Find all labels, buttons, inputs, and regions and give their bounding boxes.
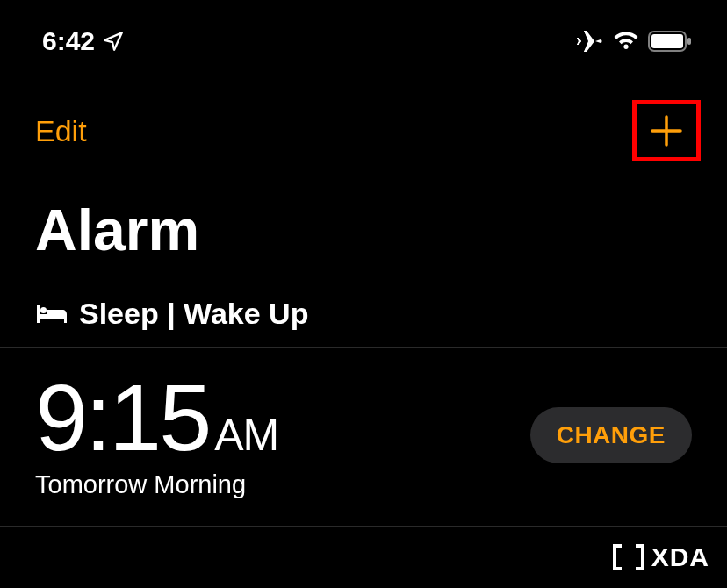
status-right: [576, 29, 692, 54]
alarm-row: 9:15 AM Tomorrow Morning CHANGE: [0, 348, 727, 527]
nav-bar: Edit: [0, 74, 727, 170]
add-button[interactable]: [647, 111, 686, 150]
location-icon: [102, 30, 125, 53]
status-time: 6:42: [42, 26, 95, 56]
watermark-text: XDA: [651, 542, 709, 572]
alarm-period: AM: [214, 410, 278, 461]
plus-icon: [647, 111, 686, 150]
svg-rect-2: [687, 38, 691, 45]
section-title: Sleep | Wake Up: [79, 297, 308, 331]
xda-logo-icon: [613, 544, 644, 570]
edit-button[interactable]: Edit: [35, 114, 87, 148]
page-title: Alarm: [0, 170, 727, 263]
status-bar: 6:42: [0, 0, 727, 74]
section-header-sleep: Sleep | Wake Up: [0, 263, 727, 348]
alarm-time-block: 9:15 AM Tomorrow Morning: [35, 370, 278, 499]
add-button-highlight[interactable]: [632, 100, 701, 161]
status-left: 6:42: [42, 26, 125, 56]
change-button[interactable]: CHANGE: [530, 407, 692, 463]
watermark: XDA: [613, 542, 709, 572]
bed-icon: [35, 302, 68, 326]
alarm-subtitle: Tomorrow Morning: [35, 470, 278, 499]
alarm-time: 9:15: [35, 370, 209, 465]
alarm-time-line: 9:15 AM: [35, 370, 278, 465]
svg-rect-1: [651, 34, 683, 48]
svg-point-5: [40, 307, 47, 313]
airplane-icon: [576, 29, 604, 54]
battery-icon: [648, 31, 692, 52]
wifi-icon: [613, 32, 639, 51]
